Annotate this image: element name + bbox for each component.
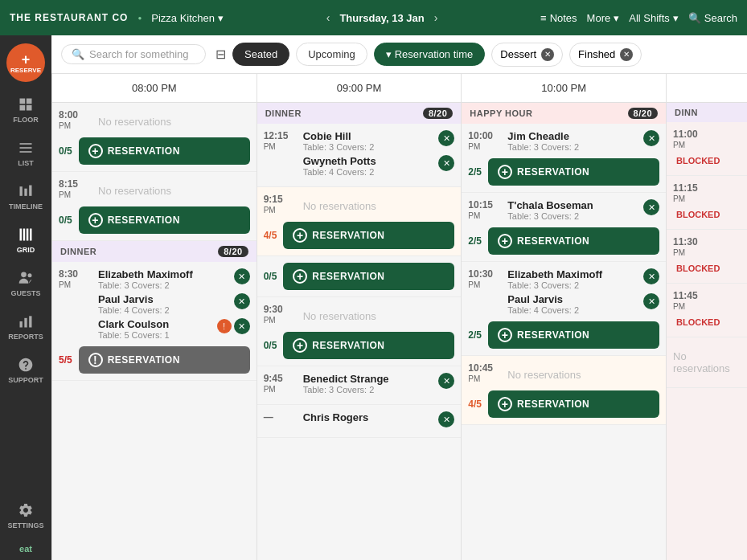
settings-icon (18, 502, 34, 518)
svg-rect-4 (20, 143, 32, 145)
svg-point-15 (28, 273, 32, 277)
res-x-benedict[interactable]: ✕ (438, 373, 454, 389)
timeline-icon (18, 183, 34, 199)
add-reservation-815[interactable]: + RESERVATION (79, 206, 250, 234)
slot-no-res-col4: No reservations (667, 337, 747, 388)
dessert-chip[interactable]: Dessert ✕ (491, 43, 563, 67)
blocked-1130: BLOCKED (673, 260, 741, 276)
sidebar-item-reports[interactable]: REPORTS (0, 305, 51, 349)
notes-btn[interactable]: ≡ Notes (540, 12, 577, 24)
column-headers: 08:00 PM 09:00 PM 10:00 PM (51, 74, 747, 103)
svg-rect-3 (27, 105, 32, 111)
add-reservation-1030[interactable]: + RESERVATION (488, 321, 659, 349)
add-reservation-1045[interactable]: + RESERVATION (488, 390, 659, 418)
add-reservation-915[interactable]: + RESERVATION (283, 222, 454, 249)
blocked-1115: BLOCKED (673, 206, 741, 223)
plus-icon-1000: + (498, 165, 512, 179)
plus-icon-830: ! (88, 353, 103, 367)
venue-selector[interactable]: Pizza Kitchen ▾ (151, 12, 224, 24)
res-x-eliz-col3[interactable]: ✕ (643, 268, 659, 284)
section-dinner-col1: DINNER 8/20 (52, 241, 257, 262)
res-details-paul: Table: 4 Covers: 2 (98, 305, 170, 315)
svg-rect-5 (20, 147, 32, 149)
tab-seated[interactable]: Seated (232, 43, 289, 66)
grid-body: 8:00 PM No reservations 0/5 + RESERVATIO… (51, 103, 747, 560)
grid-scroll[interactable]: 8:00 PM No reservations 0/5 + RESERVATIO… (51, 103, 747, 560)
res-x-tchala[interactable]: ✕ (643, 199, 659, 215)
svg-rect-8 (24, 189, 27, 196)
time-1015: 10:15 PM (468, 199, 504, 220)
res-jim: Jim Cheadle Table: 3 Covers: 2 ✕ (507, 130, 659, 152)
res-x-gwyneth[interactable]: ✕ (438, 155, 454, 171)
guests-label: GUESTS (10, 289, 40, 297)
res-x-elizabeth[interactable]: ✕ (234, 268, 250, 284)
res-x-paul-col3[interactable]: ✕ (643, 293, 659, 309)
all-shifts-btn[interactable]: All Shifts ▾ (629, 12, 679, 24)
sidebar: + RESERVE FLOOR LIST TIMELINE GRID GUEST… (0, 35, 51, 560)
finished-remove-icon[interactable]: ✕ (620, 48, 633, 61)
add-reservation-1015[interactable]: + RESERVATION (488, 227, 659, 255)
time-930: 9:30 PM (264, 304, 300, 325)
res-clark-col1: Clark Coulson Table: 5 Covers: 1 ! ✕ (98, 318, 250, 340)
sidebar-item-grid[interactable]: GRID (0, 219, 51, 262)
sidebar-item-list[interactable]: LIST (0, 132, 51, 175)
filter-icon[interactable]: ⊟ (215, 47, 226, 62)
time-1030: 10:30 PM (468, 268, 504, 289)
search-btn[interactable]: 🔍 Search (688, 12, 737, 24)
covers-1045: 4/5 (468, 399, 482, 410)
add-reservation-915b[interactable]: + RESERVATION (283, 263, 454, 290)
next-date-arrow[interactable]: › (434, 11, 438, 24)
covers-830: 5/5 (59, 354, 72, 366)
sidebar-item-timeline[interactable]: TIMELINE (0, 175, 51, 219)
warning-icon-clark[interactable]: ! (217, 319, 232, 333)
dessert-remove-icon[interactable]: ✕ (541, 48, 554, 61)
res-x-paul[interactable]: ✕ (234, 293, 250, 309)
res-paul-col3: Paul Jarvis Table: 4 Covers: 2 ✕ (507, 293, 659, 315)
add-reservation-1000[interactable]: + RESERVATION (488, 158, 659, 186)
reserve-label: RESERVE (10, 67, 41, 74)
res-elizabeth-col1: Elizabeth Maximoff Table: 3 Covers: 2 ✕ (98, 268, 250, 290)
reserve-button[interactable]: + RESERVE (6, 43, 45, 82)
res-benedict: Benedict Strange Table: 3 Covers: 2 ✕ (303, 373, 455, 394)
sidebar-item-guests[interactable]: GUESTS (0, 262, 51, 305)
prev-date-arrow[interactable]: ‹ (326, 11, 330, 24)
slot-1000: 10:00 PM Jim Cheadle Table: 3 Covers: 2 (462, 124, 666, 193)
more-chevron-icon: ▾ (614, 12, 619, 24)
svg-rect-17 (24, 318, 27, 328)
add-reservation-800[interactable]: + RESERVATION (79, 137, 250, 165)
section-dinn-col4: DINN (667, 103, 747, 122)
res-x-cobie[interactable]: ✕ (438, 130, 454, 146)
column-2: DINNER 8/20 12:15 PM (257, 103, 462, 560)
time-945: 9:45 PM (264, 373, 300, 394)
time-1045: 10:45 PM (468, 362, 504, 383)
sidebar-item-settings[interactable]: SETTINGS (0, 494, 51, 538)
column-1: 8:00 PM No reservations 0/5 + RESERVATIO… (51, 103, 257, 560)
svg-rect-13 (30, 229, 32, 241)
notes-icon: ≡ (540, 12, 547, 24)
time-1215: 12:15 PM (264, 130, 300, 151)
col-header-3: 10:00 PM (462, 74, 667, 102)
res-x-chris[interactable]: ✕ (438, 411, 454, 427)
slot-945: 9:45 PM Benedict Strange Table: 3 Covers… (257, 366, 462, 405)
reservation-time-dropdown[interactable]: ▾ Reservation time (374, 43, 486, 66)
finished-chip[interactable]: Finshed ✕ (569, 43, 642, 67)
slot-1030: 10:30 PM Elizabeth Maximoff Table: 3 Cov… (462, 262, 666, 356)
res-name-paul: Paul Jarvis (98, 293, 170, 305)
more-btn[interactable]: More ▾ (587, 12, 620, 24)
add-reservation-930[interactable]: + RESERVATION (283, 332, 454, 359)
res-x-clark[interactable]: ✕ (234, 318, 250, 334)
svg-rect-11 (23, 229, 26, 241)
sidebar-item-support[interactable]: SUPPORT (0, 349, 51, 392)
res-details-clark: Table: 5 Covers: 1 (98, 330, 170, 340)
add-reservation-830-disabled[interactable]: ! RESERVATION (79, 346, 250, 374)
time-1130: 11:30 PM (673, 236, 741, 257)
svg-rect-9 (29, 186, 31, 196)
col-header-2: 09:00 PM (257, 74, 462, 102)
search-box[interactable]: 🔍 Search for something (61, 44, 206, 64)
slot-800pm: 8:00 PM No reservations 0/5 + RESERVATIO… (52, 103, 257, 172)
no-res-815: No reservations (98, 178, 250, 203)
sidebar-item-floor[interactable]: FLOOR (0, 88, 51, 132)
res-x-jim[interactable]: ✕ (643, 130, 659, 146)
tab-upcoming[interactable]: Upcoming (296, 43, 367, 66)
plus-icon-930: + (293, 338, 307, 353)
